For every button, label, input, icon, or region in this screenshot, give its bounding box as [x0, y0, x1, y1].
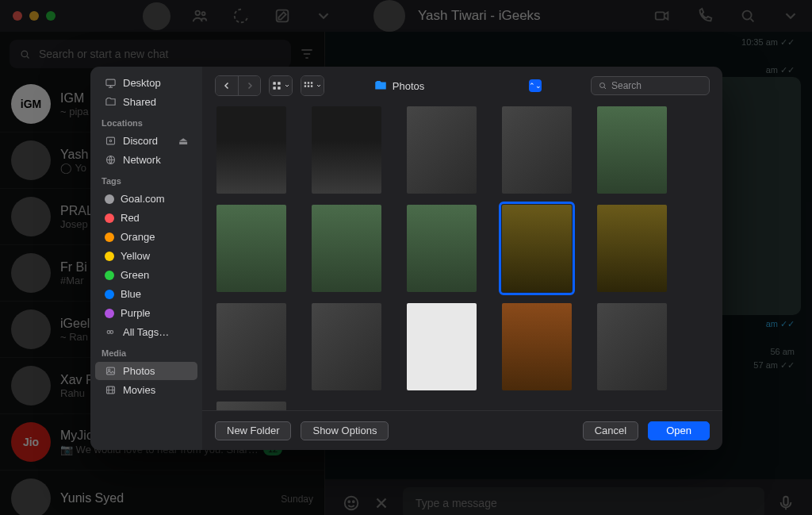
thumbnail-image [597, 303, 667, 390]
photo-thumbnail[interactable] [312, 205, 381, 292]
thumbnail-image [216, 205, 286, 292]
sidebar-item-label: Movies [123, 384, 155, 396]
picker-search[interactable]: Search [591, 76, 710, 95]
eject-icon[interactable]: ⏏ [178, 135, 188, 147]
sidebar-item-label: Green [121, 269, 149, 281]
sidebar-tag-item[interactable]: Green [95, 266, 197, 284]
show-options-button[interactable]: Show Options [301, 421, 389, 440]
sidebar-item-label: Yellow [121, 250, 150, 262]
thumbnail-image [312, 205, 381, 292]
svg-rect-24 [308, 82, 309, 83]
sidebar-item-movies[interactable]: Movies [95, 381, 197, 399]
thumbnail-image [407, 303, 477, 390]
svg-rect-28 [311, 85, 312, 86]
thumbnail-image [502, 303, 572, 390]
thumbnail-image [407, 106, 477, 194]
thumbnail-image [312, 106, 381, 194]
photo-thumbnail[interactable] [216, 303, 286, 390]
cancel-button[interactable]: Cancel [583, 421, 638, 440]
photo-thumbnail[interactable] [407, 106, 477, 194]
svg-rect-20 [278, 82, 281, 85]
photo-thumbnail[interactable] [502, 205, 572, 292]
shared-folder-icon [105, 96, 117, 108]
photos-icon [105, 365, 117, 377]
sidebar-item-all-tags[interactable]: All Tags… [95, 323, 197, 341]
sidebar-item-label: All Tags… [123, 326, 169, 338]
photo-thumbnail[interactable] [216, 402, 286, 410]
sidebar-item-label: Red [121, 212, 140, 224]
group-button[interactable] [301, 76, 324, 95]
sidebar-tag-item[interactable]: Red [95, 209, 197, 227]
globe-icon [105, 154, 117, 166]
svg-rect-10 [106, 79, 115, 86]
forward-button[interactable] [238, 76, 260, 95]
picker-footer: New Folder Show Options Cancel Open [202, 410, 722, 450]
photo-thumbnail[interactable] [502, 106, 572, 194]
sidebar-tag-item[interactable]: Orange [95, 228, 197, 246]
tag-color-dot [105, 271, 114, 280]
sidebar-section-locations: Locations [90, 112, 202, 131]
sidebar-item-photos[interactable]: Photos [95, 362, 197, 380]
thumbnail-image [216, 402, 286, 410]
sidebar-item-label: Network [123, 154, 161, 166]
thumbnail-image [597, 106, 667, 194]
tag-color-dot [105, 213, 114, 223]
sidebar-item-label: Discord [123, 135, 158, 147]
thumbnail-image [407, 205, 477, 292]
sidebar-item-label: Photos [123, 365, 155, 377]
photo-thumbnail[interactable] [312, 303, 381, 390]
location-label: Photos [393, 80, 424, 92]
sidebar-tag-item[interactable]: Blue [95, 285, 197, 303]
svg-rect-27 [308, 85, 309, 86]
thumbnail-image [216, 106, 286, 194]
new-folder-button[interactable]: New Folder [215, 421, 291, 440]
picker-main: Photos ⌃⌄ Search New Folder Show Options… [202, 67, 722, 450]
svg-rect-19 [273, 82, 276, 85]
sidebar-item-label: Orange [121, 231, 155, 243]
tag-color-dot [105, 252, 114, 261]
sidebar-item-desktop[interactable]: Desktop [95, 74, 197, 92]
photo-thumbnail[interactable] [502, 303, 572, 390]
sidebar-item-shared[interactable]: Shared [95, 93, 197, 111]
thumbnail-image [502, 205, 572, 292]
photo-thumbnail[interactable] [216, 205, 286, 292]
photo-thumbnail[interactable] [407, 205, 477, 292]
thumbnail-image [502, 106, 572, 194]
thumbnail-image [312, 303, 381, 390]
icon-view-button[interactable] [270, 76, 292, 95]
svg-rect-21 [273, 86, 276, 90]
photo-thumbnail[interactable] [216, 106, 286, 194]
svg-point-29 [599, 83, 604, 88]
picker-search-placeholder: Search [611, 80, 642, 91]
movies-icon [105, 384, 117, 396]
thumbnail-image [216, 303, 286, 390]
sidebar-tag-item[interactable]: Goal.com [95, 190, 197, 208]
photo-thumbnail[interactable] [407, 303, 477, 390]
svg-rect-22 [278, 86, 281, 90]
sidebar-tag-item[interactable]: Purple [95, 304, 197, 322]
sidebar-item-discord[interactable]: Discord ⏏ [95, 132, 197, 150]
svg-rect-23 [304, 82, 306, 83]
back-button[interactable] [216, 76, 238, 95]
picker-sidebar: Desktop Shared Locations Discord ⏏ Netwo… [90, 67, 202, 450]
tag-color-dot [105, 309, 114, 318]
photo-thumbnail[interactable] [312, 106, 381, 194]
photo-thumbnail[interactable] [597, 303, 667, 390]
photo-thumbnail[interactable] [597, 106, 667, 194]
sidebar-item-label: Shared [123, 96, 156, 108]
location-popup[interactable]: Photos ⌃⌄ [369, 76, 546, 95]
desktop-icon [105, 77, 117, 89]
open-button[interactable]: Open [648, 421, 710, 440]
sidebar-item-label: Purple [121, 307, 151, 319]
nav-back-forward [215, 75, 261, 96]
svg-rect-26 [304, 85, 306, 86]
svg-rect-25 [311, 82, 312, 83]
sidebar-tag-item[interactable]: Yellow [95, 247, 197, 265]
sidebar-item-network[interactable]: Network [95, 151, 197, 169]
disk-icon [105, 135, 117, 147]
svg-point-12 [109, 140, 112, 142]
sidebar-item-label: Desktop [123, 77, 161, 89]
photo-thumbnail[interactable] [597, 205, 667, 292]
file-open-dialog: Desktop Shared Locations Discord ⏏ Netwo… [90, 67, 722, 450]
all-tags-icon [105, 326, 117, 338]
